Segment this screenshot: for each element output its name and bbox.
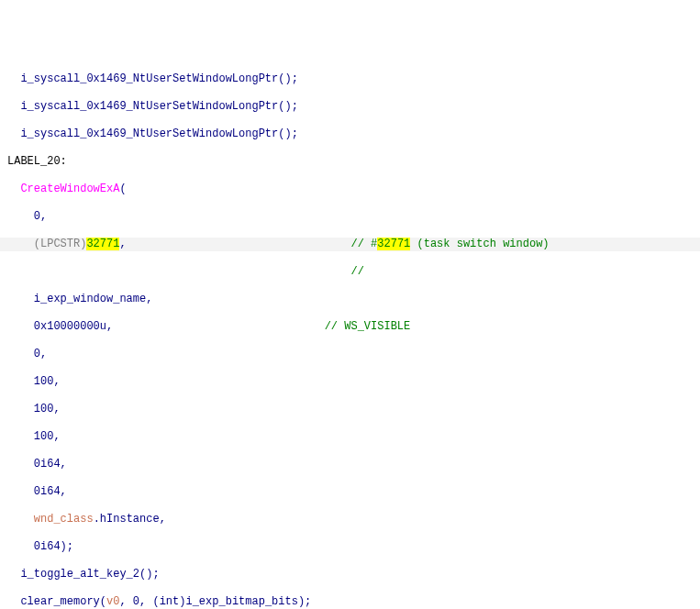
- search-match: 32771: [377, 238, 410, 250]
- code-line: 0i64);: [0, 540, 700, 554]
- code-view: i_syscall_0x1469_NtUserSetWindowLongPtr(…: [0, 59, 700, 609]
- code-line: wnd_class.hInstance,: [0, 513, 700, 526]
- highlighted-line[interactable]: (LPCSTR)32771, // #32771 (task switch wi…: [0, 238, 700, 251]
- code-line: 0i64,: [0, 458, 700, 471]
- code-line: i_syscall_0x1469_NtUserSetWindowLongPtr(…: [0, 72, 700, 86]
- code-line: clear_memory(v0, 0, (int)i_exp_bitmap_bi…: [0, 595, 700, 609]
- code-line: i_syscall_0x1469_NtUserSetWindowLongPtr(…: [0, 100, 700, 114]
- code-line: i_syscall_0x1469_NtUserSetWindowLongPtr(…: [0, 127, 700, 141]
- code-line: //: [0, 265, 700, 279]
- label: LABEL_20:: [0, 155, 700, 169]
- code-line: 0,: [0, 348, 700, 361]
- code-line: 0,: [0, 210, 700, 224]
- code-line: 100,: [0, 430, 700, 444]
- search-match: 32771: [86, 238, 119, 250]
- code-line: 100,: [0, 375, 700, 389]
- code-line: i_exp_window_name,: [0, 293, 700, 306]
- code-line: CreateWindowExA(: [0, 183, 700, 196]
- code-line: 0x10000000u, // WS_VISIBLE: [0, 320, 700, 334]
- code-line: i_toggle_alt_key_2();: [0, 568, 700, 581]
- code-line: 0i64,: [0, 485, 700, 499]
- code-line: 100,: [0, 403, 700, 416]
